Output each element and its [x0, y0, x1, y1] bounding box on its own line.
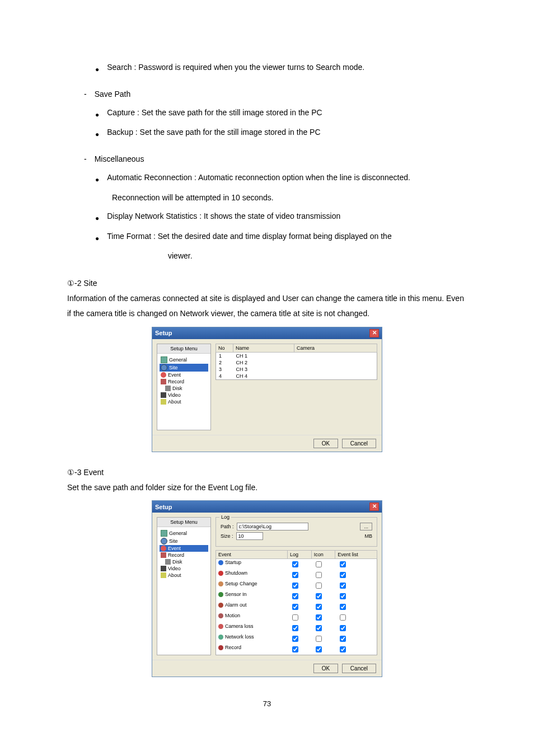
checkbox[interactable] — [340, 625, 346, 631]
table-row[interactable]: 4CH 4 — [216, 373, 377, 380]
log-label: Log — [219, 514, 231, 520]
heading-site: ①-2 Site — [67, 279, 467, 288]
checkbox[interactable] — [316, 604, 322, 610]
checkbox[interactable] — [340, 572, 346, 578]
event-icon — [218, 592, 223, 597]
col-name: Name — [233, 344, 294, 352]
heading-save-path: - Save Path — [84, 87, 467, 101]
event-icon — [161, 372, 166, 378]
checkbox[interactable] — [340, 583, 346, 589]
checkbox[interactable] — [292, 572, 298, 578]
site-icon — [161, 364, 167, 371]
event-row: Alarm out — [216, 602, 377, 612]
event-table[interactable]: EventLogIconEvent list StartupShutdownSe… — [216, 550, 377, 655]
checkbox[interactable] — [292, 583, 298, 589]
table-row[interactable]: 2CH 2 — [216, 359, 377, 366]
tree-item-event[interactable]: Event — [160, 545, 208, 552]
checkbox[interactable] — [292, 614, 298, 621]
browse-button[interactable]: ... — [360, 523, 372, 530]
col-log: Log — [288, 551, 312, 559]
tree-item-general[interactable]: General — [160, 356, 208, 364]
table-row[interactable]: 3CH 3 — [216, 366, 377, 373]
cancel-button[interactable]: Cancel — [342, 439, 376, 448]
checkbox[interactable] — [292, 625, 298, 631]
col-icon: Icon — [311, 551, 335, 559]
tree-item-general[interactable]: General — [160, 529, 208, 537]
table-row[interactable]: 1CH 1 — [216, 352, 377, 359]
path-input[interactable] — [237, 523, 308, 530]
col-camera: Camera — [294, 344, 377, 352]
tree-header: Setup Menu — [157, 518, 210, 527]
bullet-display: ● Display Network Statistics : It shows … — [95, 209, 467, 225]
bullet-auto: ● Automatic Reconnection : Automatic rec… — [95, 171, 467, 186]
bullet-backup: ● Backup : Set the save path for the sti… — [95, 125, 467, 141]
event-icon — [218, 560, 223, 565]
event-row: Network loss — [216, 633, 377, 644]
setup-dialog-site: Setup ✕ Setup Menu GeneralSiteEventRecor… — [152, 327, 382, 452]
page-number: 73 — [67, 699, 467, 708]
tree-item-about[interactable]: About — [160, 398, 208, 405]
heading-event: ①-3 Event — [67, 468, 467, 477]
checkbox[interactable] — [316, 561, 322, 567]
video-icon — [161, 566, 166, 571]
tree-item-record[interactable]: Record — [160, 378, 208, 385]
event-row: Startup — [216, 559, 377, 570]
text-auto: Automatic Reconnection : Automatic recon… — [107, 171, 410, 185]
checkbox[interactable] — [340, 646, 346, 652]
col-event-list: Event list — [335, 551, 377, 559]
checkbox[interactable] — [340, 636, 346, 642]
record-icon — [161, 379, 166, 384]
general-icon — [161, 530, 167, 537]
record-icon — [161, 552, 166, 558]
ok-button[interactable]: OK — [313, 664, 338, 673]
tree-header: Setup Menu — [157, 344, 210, 354]
tree-item-video[interactable]: Video — [160, 565, 208, 572]
text-time-cont: viewer. — [168, 249, 467, 263]
checkbox[interactable] — [292, 593, 298, 599]
ok-button[interactable]: OK — [313, 439, 338, 448]
checkbox[interactable] — [340, 593, 346, 599]
camera-table[interactable]: NoNameCamera 1CH 12CH 23CH 34CH 4 — [216, 344, 377, 380]
tree-item-disk[interactable]: Disk — [160, 385, 208, 392]
path-label: Path : — [221, 524, 234, 529]
tree-item-site[interactable]: Site — [160, 364, 208, 372]
checkbox[interactable] — [316, 583, 322, 589]
text-site-desc: Information of the cameras connected at … — [67, 291, 467, 321]
setup-dialog-event: Setup ✕ Setup Menu GeneralSiteEventRecor… — [152, 500, 382, 677]
close-icon[interactable]: ✕ — [369, 329, 379, 337]
tree-item-event[interactable]: Event — [160, 372, 208, 378]
tree-item-record[interactable]: Record — [160, 552, 208, 558]
checkbox[interactable] — [316, 636, 322, 642]
cancel-button[interactable]: Cancel — [342, 664, 376, 673]
label-save-path: Save Path — [95, 87, 131, 101]
event-row: Camera loss — [216, 623, 377, 633]
event-icon — [218, 571, 223, 576]
setup-menu-tree[interactable]: Setup Menu GeneralSiteEventRecord DiskVi… — [157, 517, 211, 655]
checkbox[interactable] — [292, 561, 298, 567]
checkbox[interactable] — [316, 625, 322, 631]
disk-icon — [165, 386, 171, 391]
checkbox[interactable] — [340, 561, 346, 567]
checkbox[interactable] — [316, 646, 322, 652]
video-icon — [161, 392, 166, 398]
close-icon[interactable]: ✕ — [369, 503, 379, 511]
checkbox[interactable] — [316, 614, 322, 621]
tree-item-disk[interactable]: Disk — [160, 558, 208, 565]
checkbox[interactable] — [316, 572, 322, 578]
checkbox[interactable] — [292, 604, 298, 610]
setup-menu-tree[interactable]: Setup Menu GeneralSiteEventRecord DiskVi… — [157, 344, 211, 430]
text-capture: Capture : Set the save path for the stil… — [107, 106, 322, 120]
checkbox[interactable] — [292, 646, 298, 652]
label-misc: Miscellaneous — [95, 152, 144, 166]
text-display: Display Network Statistics : It shows th… — [107, 209, 340, 223]
checkbox[interactable] — [340, 614, 346, 621]
checkbox[interactable] — [292, 636, 298, 642]
tree-item-video[interactable]: Video — [160, 392, 208, 398]
tree-item-site[interactable]: Site — [160, 537, 208, 545]
bullet-capture: ● Capture : Set the save path for the st… — [95, 106, 467, 121]
size-input[interactable] — [236, 532, 263, 540]
size-label: Size : — [221, 533, 233, 539]
checkbox[interactable] — [340, 604, 346, 610]
tree-item-about[interactable]: About — [160, 572, 208, 579]
checkbox[interactable] — [316, 593, 322, 599]
